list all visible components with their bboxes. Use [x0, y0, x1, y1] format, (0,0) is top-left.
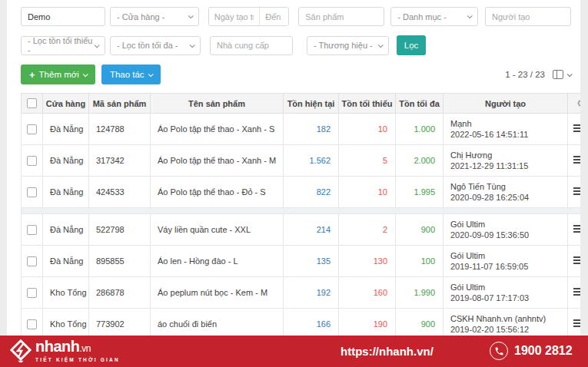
row-checkbox[interactable]	[27, 225, 37, 235]
right-edge-strip[interactable]	[580, 0, 588, 336]
creator-name: Gói Ultim	[450, 251, 567, 260]
footer-url[interactable]: https://nhanh.vn/	[341, 345, 434, 358]
max-stock-cell: 900	[396, 214, 443, 246]
row-checkbox[interactable]	[27, 288, 37, 298]
row-checkbox[interactable]	[27, 256, 37, 266]
store-cell: Đà Nẵng	[43, 145, 89, 177]
row-checkbox[interactable]	[27, 156, 37, 166]
add-new-button[interactable]: + Thêm mới	[21, 64, 95, 84]
min-stock-cell: 10	[339, 114, 396, 145]
creator-cell: Ngô Tiến Tùng 2020-09-28 16:25:04	[443, 177, 568, 208]
current-stock-cell: 822	[284, 177, 339, 208]
created-timestamp: 2022-05-16 14:51:11	[450, 130, 567, 139]
product-code-cell: 424533	[89, 177, 151, 208]
creator-cell: Gói Ultim 2020-09-09 15:36:50	[443, 214, 568, 246]
row-checkbox[interactable]	[27, 124, 37, 134]
nhanh-logo[interactable]: nhanh.vn Tiết kiệm thời gian	[10, 339, 120, 362]
store-select[interactable]: - Cửa hàng -	[110, 7, 199, 26]
product-input[interactable]	[298, 7, 384, 26]
table-row[interactable]: Đà Nẵng 895855 Áo len - Hồng đào - L 135…	[22, 246, 588, 277]
creator-cell: Mạnh 2022-05-16 14:51:11	[443, 114, 568, 145]
creator-name: Chị Hương	[450, 150, 567, 160]
product-name-cell: Váy liền quần cute - XXL	[151, 214, 284, 246]
product-code-cell: 286878	[89, 277, 151, 309]
nhanh-logo-icon	[10, 339, 32, 362]
date-to-input[interactable]	[260, 8, 288, 25]
chevron-down-icon	[148, 71, 153, 77]
max-stock-cell: 1.995	[396, 177, 443, 208]
phone-number[interactable]: 1900 2812	[514, 344, 573, 358]
creator-input[interactable]	[485, 7, 571, 26]
date-range-group	[208, 7, 290, 26]
header-creator: Người tạo	[443, 94, 568, 114]
min-stock-cell: 130	[339, 246, 396, 277]
creator-name: Gói Ultim	[450, 283, 567, 292]
select-all-checkbox[interactable]	[27, 98, 37, 108]
chevron-down-icon	[188, 13, 193, 18]
header-store: Cửa hàng	[43, 94, 89, 114]
table-row[interactable]: Đà Nẵng 522798 Váy liền quần cute - XXL …	[22, 214, 588, 246]
category-select-label: - Danh mục -	[397, 12, 447, 21]
creator-name: Mạnh	[450, 119, 567, 128]
table-body: Đà Nẵng 124788 Áo Polo tập thể thao - Xa…	[22, 114, 588, 340]
left-edge-strip	[0, 0, 7, 336]
chevron-down-icon	[190, 42, 195, 48]
creator-name: CSKH Nhanh.vn (anhntv)	[450, 314, 567, 323]
created-timestamp: 2019-11-07 16:59:05	[450, 262, 567, 271]
created-timestamp: 2021-12-29 11:31:15	[450, 161, 567, 170]
columns-icon[interactable]	[553, 70, 563, 79]
store-select-label: - Cửa hàng -	[117, 12, 164, 21]
min-stock-cell: 5	[339, 145, 396, 177]
product-name-cell: Áo Polo tập thể thao - Đỏ - S	[151, 177, 284, 208]
max-stock-cell: 100	[396, 246, 443, 277]
max-stock-cell: 2.000	[396, 145, 443, 177]
table-row[interactable]: Đà Nẵng 424533 Áo Polo tập thể thao - Đỏ…	[22, 177, 588, 208]
current-stock-cell: 182	[284, 114, 339, 145]
store-cell: Đà Nẵng	[43, 177, 89, 208]
creator-cell: Chị Hương 2021-12-29 11:31:15	[443, 145, 568, 177]
brand-select[interactable]: - Thương hiệu -	[307, 36, 389, 55]
current-stock-cell: 214	[284, 214, 339, 246]
toolbar: + Thêm mới Thao tác 1 - 23 / 23	[21, 64, 571, 84]
logo-tagline: Tiết kiệm thời gian	[35, 357, 120, 362]
supplier-input[interactable]	[210, 36, 293, 55]
date-from-input[interactable]	[209, 8, 260, 25]
header-current-stock: Tồn hiện tại	[284, 94, 339, 114]
product-code-cell: 124788	[89, 114, 151, 145]
table-row[interactable]: Kho Tổng 286878 Áo peplum nút bọc - Kem …	[22, 277, 588, 309]
product-name-cell: Áo len - Hồng đào - L	[151, 246, 284, 277]
logo-suffix: .vn	[80, 343, 91, 354]
store-cell: Đà Nẵng	[43, 214, 89, 246]
created-timestamp: 2020-09-28 16:25:04	[450, 193, 567, 202]
pagination-info: 1 - 23 / 23	[505, 70, 545, 79]
max-stock-select[interactable]: - Lọc tồn tối đa -	[110, 36, 201, 55]
table-row[interactable]: Đà Nẵng 317342 Áo Polo tập thể thao - Xa…	[22, 145, 588, 177]
product-code-cell: 895855	[89, 246, 151, 277]
product-name-cell: Áo Polo tập thể thao - Xanh - M	[151, 145, 284, 177]
creator-name: Ngô Tiến Tùng	[450, 182, 567, 191]
min-stock-select[interactable]: - Lọc tồn tối thiểu -	[21, 36, 105, 55]
min-stock-select-label: - Lọc tồn tối thiểu -	[28, 36, 95, 55]
chevron-down-icon[interactable]	[567, 71, 573, 77]
current-stock-cell: 192	[284, 277, 339, 309]
min-stock-cell: 160	[339, 277, 396, 309]
row-checkbox[interactable]	[27, 319, 37, 329]
max-stock-select-label: - Lọc tồn tối đa -	[117, 41, 178, 50]
chevron-down-icon	[467, 13, 473, 18]
footer-bar: nhanh.vn Tiết kiệm thời gian https://nha…	[0, 336, 588, 367]
current-stock-cell: 1.562	[284, 145, 339, 177]
filter-button[interactable]: Lọc	[397, 35, 426, 55]
table-row[interactable]: Đà Nẵng 124788 Áo Polo tập thể thao - Xa…	[22, 114, 588, 145]
actions-button[interactable]: Thao tác	[101, 64, 161, 84]
category-select[interactable]: - Danh mục -	[390, 7, 478, 26]
chevron-down-icon	[378, 42, 384, 48]
store-cell: Kho Tổng	[43, 277, 89, 309]
header-product-code: Mã sản phẩm	[89, 94, 151, 114]
logo-text: nhanh	[35, 338, 80, 355]
min-stock-cell: 10	[339, 177, 396, 208]
row-checkbox[interactable]	[27, 187, 37, 197]
actions-label: Thao tác	[110, 70, 145, 79]
created-timestamp: 2019-08-07 17:17:03	[450, 293, 567, 303]
search-input[interactable]	[21, 7, 105, 26]
min-stock-cell: 2	[339, 214, 396, 246]
